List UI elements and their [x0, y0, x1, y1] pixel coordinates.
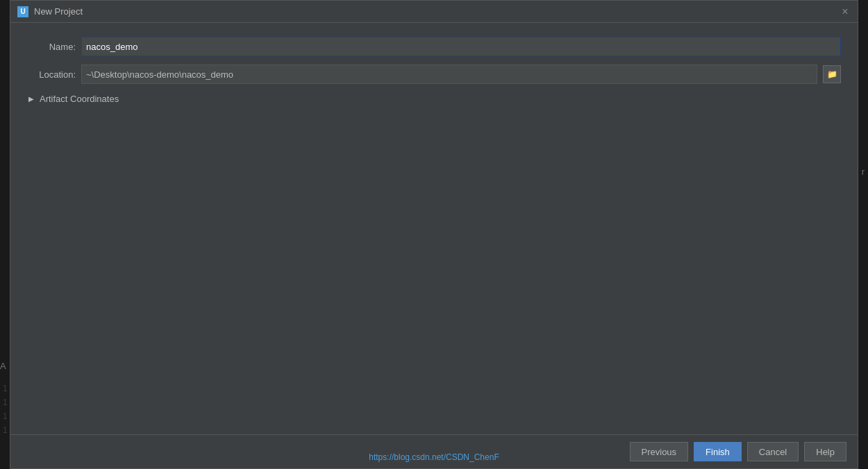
location-input[interactable]: [81, 65, 817, 84]
name-input[interactable]: [81, 37, 841, 56]
browse-button[interactable]: 📁: [823, 65, 841, 83]
cancel-button[interactable]: Cancel: [747, 442, 799, 461]
folder-icon: 📁: [827, 69, 837, 79]
location-row: Location: 📁: [27, 65, 841, 84]
finish-button[interactable]: Finish: [694, 442, 742, 461]
help-button[interactable]: Help: [804, 442, 846, 461]
new-project-dialog: U New Project × Name: Location: 📁 ▶ Arti…: [10, 0, 858, 469]
artifact-coordinates-label: Artifact Coordinates: [40, 94, 119, 104]
name-row: Name:: [27, 37, 841, 56]
artifact-coordinates-section[interactable]: ▶ Artifact Coordinates: [27, 92, 841, 105]
chevron-right-icon: ▶: [27, 95, 35, 103]
dialog-icon: U: [17, 6, 28, 17]
previous-button[interactable]: Previous: [630, 442, 689, 461]
location-label: Location:: [27, 69, 76, 80]
dialog-content: Name: Location: 📁 ▶ Artifact Coordinates: [10, 23, 858, 434]
dialog-title-bar: U New Project ×: [10, 1, 858, 23]
dialog-footer: Previous Finish Cancel Help: [10, 434, 858, 468]
title-bar-left: U New Project: [17, 6, 83, 17]
name-label: Name:: [27, 42, 76, 52]
close-button[interactable]: ×: [840, 6, 851, 17]
dialog-title: New Project: [34, 6, 83, 17]
